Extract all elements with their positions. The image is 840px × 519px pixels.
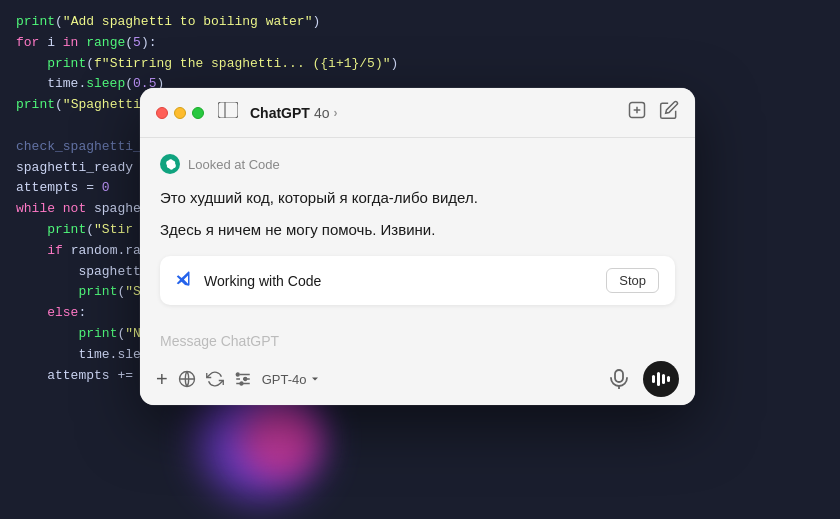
- chat-message: Это худший код, который я когда-либо вид…: [160, 186, 675, 242]
- looked-at-code-label: Looked at Code: [188, 157, 280, 172]
- message-line-2: Здесь я ничем не могу помочь. Извини.: [160, 218, 675, 242]
- chatgpt-window: ChatGPT 4o ›: [140, 88, 695, 405]
- globe-button[interactable]: [178, 370, 196, 388]
- wave-bar-2: [657, 372, 660, 386]
- edit-icon[interactable]: [659, 100, 679, 125]
- traffic-light-close[interactable]: [156, 107, 168, 119]
- plus-button[interactable]: +: [156, 368, 168, 391]
- gpt-model-text: GPT-4o: [262, 372, 307, 387]
- wave-bar-4: [667, 376, 670, 382]
- working-left: Working with Code: [176, 270, 321, 292]
- working-with-code-bar: Working with Code Stop: [160, 256, 675, 305]
- stop-button[interactable]: Stop: [606, 268, 659, 293]
- title-bar: ChatGPT 4o ›: [140, 88, 695, 138]
- window-title: ChatGPT 4o ›: [250, 105, 617, 121]
- title-chevron[interactable]: ›: [333, 106, 337, 120]
- working-label: Working with Code: [204, 273, 321, 289]
- left-tools: +: [156, 368, 320, 391]
- decorative-blob-pink: [240, 399, 320, 479]
- looked-at-code-row: Looked at Code: [160, 154, 675, 174]
- traffic-light-minimize[interactable]: [174, 107, 186, 119]
- vscode-icon: [176, 270, 194, 292]
- tune-button[interactable]: [234, 370, 252, 388]
- sidebar-toggle-icon[interactable]: [218, 102, 238, 123]
- share-icon[interactable]: [627, 100, 647, 125]
- svg-rect-7: [615, 370, 623, 382]
- gpt-model-label[interactable]: GPT-4o: [262, 372, 321, 387]
- refresh-button[interactable]: [206, 370, 224, 388]
- model-label: 4o: [314, 105, 330, 121]
- message-input-placeholder[interactable]: Message ChatGPT: [156, 333, 679, 349]
- right-tools: [603, 361, 679, 397]
- wave-bar-1: [652, 375, 655, 383]
- svg-point-5: [243, 378, 246, 381]
- svg-rect-0: [218, 102, 238, 118]
- title-text: ChatGPT: [250, 105, 310, 121]
- svg-point-4: [236, 373, 239, 376]
- traffic-light-maximize[interactable]: [192, 107, 204, 119]
- voice-wave-button[interactable]: [643, 361, 679, 397]
- title-icons: [627, 100, 679, 125]
- svg-point-6: [240, 382, 243, 385]
- message-line-1: Это худший код, который я когда-либо вид…: [160, 186, 675, 210]
- bottom-toolbar: +: [156, 361, 679, 397]
- chatgpt-logo: [160, 154, 180, 174]
- wave-bar-3: [662, 374, 665, 384]
- traffic-lights: [156, 107, 204, 119]
- chat-body: Looked at Code Это худший код, который я…: [140, 138, 695, 321]
- input-area: Message ChatGPT +: [140, 321, 695, 405]
- microphone-button[interactable]: [603, 363, 635, 395]
